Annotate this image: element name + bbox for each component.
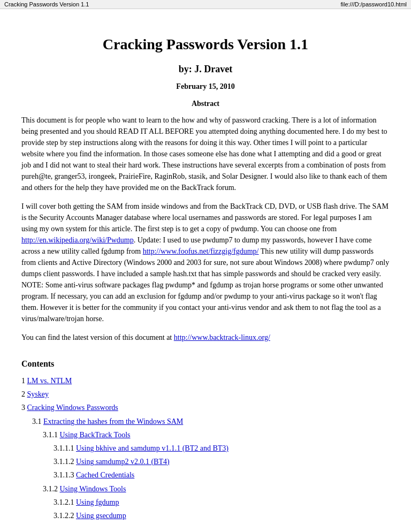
list-item-number: 1 — [21, 377, 27, 385]
list-item: 3.1.2.1 Using fgdump — [21, 496, 390, 509]
list-item-number: 3.1 — [32, 417, 43, 425]
list-item: 3.1.1.1 Using bkhive and samdump v1.1.1 … — [21, 442, 390, 455]
list-item-link[interactable]: Syskey — [27, 390, 49, 398]
contents-list: 1 LM vs. NTLM2 Syskey3 Cracking Windows … — [21, 374, 390, 522]
subtitle: by: J. Dravet — [21, 64, 390, 75]
list-item-link[interactable]: Using BackTrack Tools — [60, 431, 131, 439]
list-item: 2 Syskey — [21, 387, 390, 401]
list-item-link[interactable]: Cached Credentials — [76, 471, 134, 479]
p2-text-before-link1: I will cover both getting the SAM from i… — [21, 202, 389, 233]
list-item: 3.1.1.3 Cached Credentials — [21, 468, 390, 482]
p2-text-after-link2: This new utility will dump passwords fro… — [21, 247, 389, 323]
list-item-number: 3.1.1.3 — [54, 471, 76, 479]
list-item-number: 3.1.1 — [43, 431, 60, 439]
fgdump-link[interactable]: http://www.foofus.net/fizzgig/fgdump/ — [143, 247, 259, 255]
list-item-link[interactable]: LM vs. NTLM — [27, 377, 72, 385]
page-content: Cracking Passwords Version 1.1 by: J. Dr… — [0, 9, 411, 532]
main-title: Cracking Passwords Version 1.1 — [21, 36, 390, 53]
list-item: 3.1.2.2 Using gsecdump — [21, 509, 390, 522]
p3-text-before-link: You can find the latest version of this … — [21, 333, 174, 341]
list-item: 3.1.1.2 Using samdump2 v2.0.1 (BT4) — [21, 455, 390, 468]
list-item-link[interactable]: Extracting the hashes from the Windows S… — [43, 417, 183, 425]
list-item-link[interactable]: Cracking Windows Passwords — [27, 404, 118, 412]
abstract-heading: Abstract — [21, 100, 390, 108]
list-item-link[interactable]: Using gsecdump — [76, 512, 126, 520]
contents-heading: Contents — [21, 359, 390, 369]
date: February 15, 2010 — [21, 82, 390, 91]
list-item: 3.1.2 Using Windows Tools — [21, 482, 390, 496]
list-item-number: 3.1.2.2 — [54, 512, 76, 520]
paragraph-2: I will cover both getting the SAM from i… — [21, 201, 390, 324]
list-item-link[interactable]: Using samdump2 v2.0.1 (BT4) — [76, 458, 170, 466]
list-item-number: 3.1.1.2 — [54, 458, 76, 466]
list-item-number: 3.1.2.1 — [54, 498, 76, 506]
browser-bar: Cracking Passwords Version 1.1 file:///D… — [0, 0, 411, 9]
list-item: 1 LM vs. NTLM — [21, 374, 390, 387]
list-item-number: 2 — [21, 390, 27, 398]
list-item-link[interactable]: Using Windows Tools — [60, 485, 126, 493]
list-item-number: 3 — [21, 404, 27, 412]
list-item: 3 Cracking Windows Passwords — [21, 401, 390, 414]
list-item-link[interactable]: Using fgdump — [76, 498, 119, 506]
list-item-number: 3.1.1.1 — [54, 444, 76, 452]
backtrack-link[interactable]: http://www.backtrack-linux.org/ — [174, 333, 270, 341]
browser-title: Cracking Passwords Version 1.1 — [4, 1, 89, 7]
pwdump-link[interactable]: http://en.wikipedia.org/wiki/Pwdump — [21, 236, 134, 244]
contents-section: Contents 1 LM vs. NTLM2 Syskey3 Cracking… — [21, 359, 390, 522]
list-item: 3.1.1 Using BackTrack Tools — [21, 428, 390, 442]
list-item: 3.1 Extracting the hashes from the Windo… — [21, 415, 390, 428]
paragraph-1: This document is for people who want to … — [21, 115, 390, 193]
list-item-number: 3.1.2 — [43, 485, 60, 493]
paragraph-3: You can find the latest version of this … — [21, 332, 390, 343]
list-item-link[interactable]: Using bkhive and samdump v1.1.1 (BT2 and… — [76, 444, 229, 452]
browser-url: file:///D:/password10.html — [341, 1, 407, 7]
